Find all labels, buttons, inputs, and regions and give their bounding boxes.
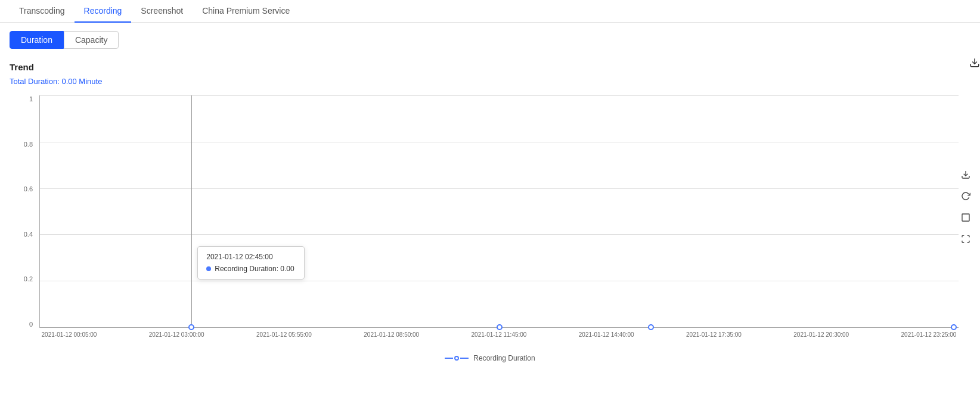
total-duration-value: 0.00 Minute (61, 77, 102, 86)
side-download-icon[interactable] (961, 170, 970, 182)
x-label-8: 2021-01-12 23:25:00 (899, 331, 959, 338)
tooltip-metric: Recording Duration: 0.00 (215, 265, 294, 273)
y-label-02: 0.2 (24, 275, 33, 282)
section-title: Trend (10, 62, 102, 72)
tab-transcoding[interactable]: Transcoding (10, 0, 75, 23)
grid-line-1 (40, 95, 959, 96)
y-label-0: 0 (29, 321, 33, 328)
tab-recording[interactable]: Recording (75, 0, 132, 23)
chart-area: 1 0.8 0.6 0.4 0.2 0 (15, 95, 959, 352)
x-axis: 2021-01-12 00:05:00 2021-01-12 03:00:00 … (39, 328, 959, 352)
sub-tabs: Duration Capacity (0, 23, 980, 57)
y-label-06: 0.6 (24, 185, 33, 193)
side-fullscreen-icon[interactable] (961, 234, 970, 246)
chart-legend: Recording Duration (10, 354, 970, 362)
chart-wrapper: 1 0.8 0.6 0.4 0.2 0 (10, 95, 970, 362)
side-icons-panel (961, 170, 970, 246)
x-label-1: 2021-01-12 03:00:00 (147, 331, 206, 338)
y-label-04: 0.4 (24, 231, 33, 238)
grid-line-08 (40, 142, 959, 142)
sub-tab-capacity[interactable]: Capacity (64, 31, 119, 49)
legend-label: Recording Duration (473, 354, 535, 362)
svg-rect-2 (962, 214, 969, 221)
tooltip-row: Recording Duration: 0.00 (206, 265, 296, 273)
total-duration: Total Duration: 0.00 Minute (10, 77, 102, 86)
x-label-4: 2021-01-12 11:45:00 (469, 331, 529, 338)
sub-tab-duration[interactable]: Duration (10, 31, 64, 49)
tab-screenshot[interactable]: Screenshot (131, 0, 193, 23)
x-label-2: 2021-01-12 05:55:00 (255, 331, 314, 338)
main-content: Trend Total Duration: 0.00 Minute 1 0.8 … (0, 57, 980, 362)
legend-recording-duration: Recording Duration (445, 354, 535, 362)
y-label-1: 1 (29, 95, 33, 103)
main-tabs: Transcoding Recording Screenshot China P… (0, 0, 980, 23)
x-label-5: 2021-01-12 14:40:00 (576, 331, 636, 338)
grid-line-02 (40, 281, 959, 281)
grid-line-04 (40, 234, 959, 235)
y-axis: 1 0.8 0.6 0.4 0.2 0 (15, 95, 36, 328)
y-label-08: 0.8 (24, 141, 33, 148)
x-label-0: 2021-01-12 00:05:00 (39, 331, 99, 338)
side-expand-icon[interactable] (961, 213, 970, 225)
side-refresh-icon[interactable] (961, 191, 970, 203)
tab-china-premium[interactable]: China Premium Service (193, 0, 299, 23)
grid-line-06 (40, 188, 959, 189)
x-label-7: 2021-01-12 20:30:00 (792, 331, 851, 338)
tooltip-time: 2021-01-12 02:45:00 (206, 253, 296, 261)
legend-circle-icon (454, 356, 459, 361)
download-button-top[interactable] (969, 57, 980, 71)
tooltip: 2021-01-12 02:45:00 Recording Duration: … (197, 246, 305, 280)
chart-plot-area: 2021-01-12 02:45:00 Recording Duration: … (39, 95, 959, 328)
x-label-6: 2021-01-12 17:35:00 (684, 331, 744, 338)
crosshair-line (191, 95, 192, 327)
tooltip-dot-icon (206, 266, 211, 271)
x-label-3: 2021-01-12 08:50:00 (362, 331, 421, 338)
